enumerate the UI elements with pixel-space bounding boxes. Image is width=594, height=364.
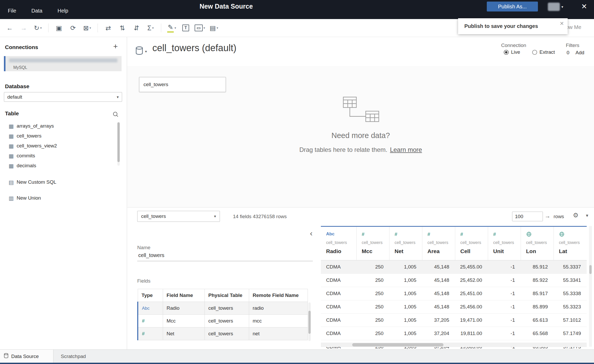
collapse-preview-icon[interactable]: ▾: [586, 213, 588, 218]
scrollbar-thumb[interactable]: [117, 122, 120, 162]
grid-vertical-scrollbar[interactable]: [589, 226, 592, 347]
grid-cell: 85.899: [521, 300, 554, 314]
new-union-label: New Union: [17, 195, 41, 201]
sort-ascending-icon[interactable]: ⇅: [115, 22, 129, 34]
grid-column-header-lon[interactable]: cell_towersLon: [521, 226, 554, 260]
table-list: ▦ arrays_of_arrays ▦ cell_towers ▦ cell_…: [0, 121, 117, 171]
grid-column-header-unit[interactable]: #cell_towersUnit: [488, 226, 521, 260]
bottom-accent-strip: [0, 363, 594, 364]
table-list-item[interactable]: ▦ cell_towers: [0, 131, 117, 141]
gear-icon[interactable]: ⚙: [573, 212, 579, 219]
grid-column-header-radio[interactable]: Abccell_towersRadio: [321, 226, 356, 260]
totals-icon[interactable]: Σ▾: [143, 22, 158, 34]
grid-cell: 250: [356, 260, 389, 274]
custom-sql-icon: ▤: [9, 180, 14, 185]
tooltip-close-icon[interactable]: ✕: [560, 20, 564, 27]
new-union-button[interactable]: ▥ New Union: [0, 193, 125, 203]
table-name-field[interactable]: [137, 252, 313, 261]
col-field-name: Field Name: [163, 289, 205, 302]
close-icon[interactable]: ✕: [581, 3, 587, 10]
tab-scratchpad[interactable]: Scratchpad: [53, 350, 93, 363]
table-list-item[interactable]: ▦ arrays_of_arrays: [0, 121, 117, 131]
avatar-image: [548, 3, 560, 11]
undo-icon[interactable]: ←: [3, 22, 17, 34]
data-source-icon: [4, 353, 9, 360]
fields-table: Type Field Name Physical Table Remote Fi…: [137, 289, 308, 340]
column-name: Area: [428, 248, 455, 254]
grid-cell: 65.613: [521, 314, 554, 327]
redo-icon[interactable]: →: [17, 22, 31, 34]
grid-horizontal-scrollbar[interactable]: [321, 343, 587, 347]
col-type: Type: [138, 289, 163, 302]
connection-extract-radio[interactable]: Extract: [532, 49, 555, 55]
grid-cell: 250: [356, 300, 389, 314]
refresh-data-source-icon[interactable]: ⟳: [66, 22, 80, 34]
rows-label: rows: [554, 214, 564, 219]
table-list-item[interactable]: ▦ cell_towers_view2: [0, 141, 117, 151]
table-list-item[interactable]: ▦ decimals: [0, 161, 117, 171]
tab-data-source[interactable]: Data Source: [0, 350, 53, 363]
column-table-label: cell_towers: [428, 240, 455, 245]
canvas-table-cell-towers[interactable]: cell_towers: [139, 77, 226, 92]
column-name: Radio: [326, 248, 356, 254]
grid-column-header-net[interactable]: #cell_towersNet: [389, 226, 422, 260]
preview-table-selector[interactable]: cell_towers ▾: [137, 211, 220, 222]
search-icon[interactable]: [112, 111, 119, 119]
connection-live-radio[interactable]: Live: [504, 49, 520, 55]
database-select[interactable]: default ▾: [4, 92, 122, 102]
field-row[interactable]: AbcRadiocell_towersradio: [138, 302, 308, 315]
number-type-icon: #: [138, 327, 163, 340]
text-annotation-icon[interactable]: T: [179, 22, 193, 34]
add-connection-icon[interactable]: +: [113, 43, 118, 50]
column-name: Cell: [460, 248, 488, 254]
chevron-down-icon[interactable]: ▾: [145, 49, 147, 53]
column-table-label: cell_towers: [460, 240, 488, 245]
number-type-icon: #: [428, 231, 455, 238]
collapse-metadata-icon[interactable]: ‹: [310, 229, 313, 237]
row-count-input[interactable]: [512, 212, 543, 221]
scrollbar-thumb[interactable]: [308, 311, 311, 334]
new-custom-sql-button[interactable]: ▤ New Custom SQL: [0, 177, 125, 187]
connection-item[interactable]: MySQL: [4, 56, 122, 71]
remote-field-name: mcc: [249, 315, 308, 327]
load-rows-arrow-icon[interactable]: →: [545, 213, 550, 219]
menu-help[interactable]: Help: [57, 8, 68, 14]
sort-descending-icon[interactable]: ⇵: [129, 22, 143, 34]
replay-icon[interactable]: ↻▾: [31, 22, 45, 34]
database-icon[interactable]: [135, 46, 143, 56]
grid-column-header-lat[interactable]: cell_towersLat: [554, 226, 587, 260]
user-avatar[interactable]: ▾: [548, 2, 567, 11]
table-list-scrollbar[interactable]: [117, 122, 120, 166]
field-row[interactable]: #Mcccell_towersmcc: [138, 315, 308, 327]
tab-label: Scratchpad: [61, 354, 86, 359]
fields-table-body: AbcRadiocell_towersradio#Mcccell_towersm…: [138, 302, 308, 340]
clear-sheet-icon[interactable]: ⊠▾: [80, 22, 94, 34]
paste-icon[interactable]: ▣: [52, 22, 66, 34]
chevron-down-icon: ▾: [214, 214, 216, 219]
table-icon: ▦: [9, 123, 14, 129]
fit-icon[interactable]: ▭▾: [193, 22, 207, 34]
field-row[interactable]: #Netcell_towersnet: [138, 327, 308, 340]
menu-data[interactable]: Data: [31, 8, 42, 14]
grid-column-header-mcc[interactable]: #cell_towersMcc: [356, 226, 389, 260]
empty-state-title: Need more data?: [127, 131, 594, 140]
filters-add-button[interactable]: Add: [575, 50, 584, 56]
swap-rows-columns-icon[interactable]: ⇄: [101, 22, 115, 34]
publish-tooltip: Publish to save your changes ✕: [458, 18, 568, 34]
column-table-label: cell_towers: [362, 240, 389, 245]
menu-file[interactable]: File: [8, 8, 16, 14]
scrollbar-thumb[interactable]: [352, 343, 443, 347]
grid-column-header-cell[interactable]: #cell_towersCell: [455, 226, 488, 260]
data-sidebar: Connections + MySQL Database default ▾ T…: [0, 37, 127, 349]
connection-type-label: MySQL: [13, 65, 27, 70]
grid-cell: 37,205: [422, 314, 455, 327]
grid-cell: 1,005: [389, 274, 422, 287]
scrollbar-thumb[interactable]: [589, 265, 592, 274]
fields-scrollbar[interactable]: [308, 302, 311, 341]
learn-more-link[interactable]: Learn more: [390, 146, 422, 153]
table-list-item[interactable]: ▦ commits: [0, 151, 117, 161]
show-cards-icon[interactable]: ▤▾: [207, 22, 221, 34]
publish-as-button[interactable]: Publish As...: [487, 2, 538, 11]
grid-column-header-area[interactable]: #cell_towersArea: [422, 226, 455, 260]
highlight-icon[interactable]: ✎▾: [165, 22, 179, 34]
